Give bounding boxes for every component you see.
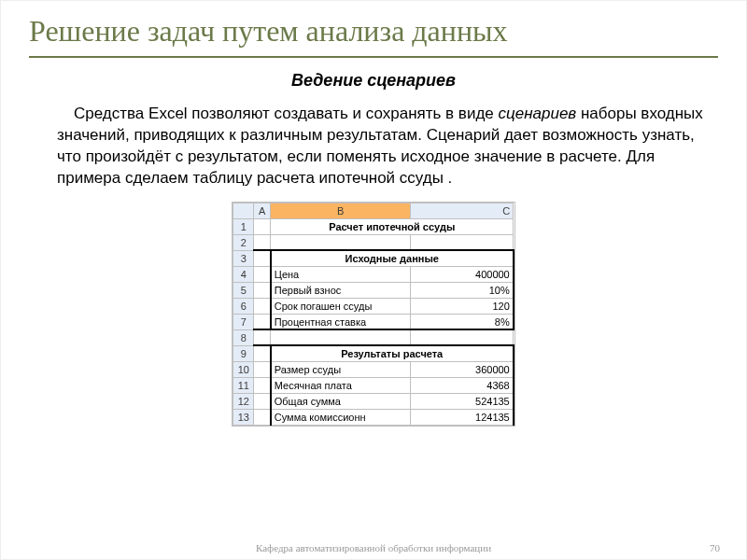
row-header: 11 bbox=[233, 377, 254, 393]
row-8: 8 bbox=[233, 329, 514, 345]
row-header: 9 bbox=[233, 345, 254, 361]
row-2: 2 bbox=[233, 234, 514, 250]
col-header-B: B bbox=[271, 203, 411, 218]
cell-label: Процентная ставка bbox=[271, 314, 411, 329]
cell-value: 120 bbox=[411, 298, 514, 314]
cell-value: 8% bbox=[411, 314, 514, 329]
excel-screenshot: A B C 1 Расчет ипотечной ссуды 2 3 Исход… bbox=[1, 199, 746, 426]
cell-value: 124135 bbox=[411, 409, 514, 425]
cell-label: Срок погашен ссуды bbox=[271, 298, 411, 314]
page-number: 70 bbox=[710, 542, 720, 553]
col-header-row: A B C bbox=[233, 203, 514, 218]
cell-value: 10% bbox=[411, 282, 514, 298]
cell-label: Общая сумма bbox=[271, 393, 411, 409]
row-1: 1 Расчет ипотечной ссуды bbox=[233, 218, 514, 234]
row-header: 1 bbox=[233, 218, 254, 234]
row-3: 3 Исходные данные bbox=[233, 250, 514, 266]
subtitle: Ведение сценариев bbox=[1, 67, 746, 100]
row-header: 4 bbox=[233, 266, 254, 282]
cell-value: 360000 bbox=[411, 361, 514, 377]
row-header: 3 bbox=[233, 250, 254, 266]
sheet-title: Расчет ипотечной ссуды bbox=[271, 218, 514, 234]
row-header: 2 bbox=[233, 234, 254, 250]
page-title: Решение задач путем анализа данных bbox=[1, 1, 746, 50]
para-prefix: Средства Excel позволяют создавать и сох… bbox=[74, 105, 498, 122]
cell-value: 524135 bbox=[411, 393, 514, 409]
row-header: 12 bbox=[233, 393, 254, 409]
row-4: 4 Цена 400000 bbox=[233, 266, 514, 282]
body-paragraph: Средства Excel позволяют создавать и сох… bbox=[1, 100, 746, 199]
row-header: 7 bbox=[233, 314, 254, 329]
excel-grid: A B C 1 Расчет ипотечной ссуды 2 3 Исход… bbox=[233, 203, 514, 426]
row-header: 5 bbox=[233, 282, 254, 298]
cell-value: 400000 bbox=[411, 266, 514, 282]
col-header-C: C bbox=[411, 203, 514, 218]
row-5: 5 Первый взнос 10% bbox=[233, 282, 514, 298]
para-italic: сценариев bbox=[498, 105, 576, 122]
footer-text: Кафедра автоматизированной обработки инф… bbox=[1, 542, 746, 553]
cell-label: Сумма комиссионн bbox=[271, 409, 411, 425]
row-11: 11 Месячная плата 4368 bbox=[233, 377, 514, 393]
section-header-input: Исходные данные bbox=[271, 250, 514, 266]
title-underline bbox=[29, 56, 718, 58]
row-header: 6 bbox=[233, 298, 254, 314]
cell-label: Первый взнос bbox=[271, 282, 411, 298]
row-header: 8 bbox=[233, 329, 254, 345]
cell-label: Месячная плата bbox=[271, 377, 411, 393]
row-header: 13 bbox=[233, 409, 254, 425]
row-9: 9 Результаты расчета bbox=[233, 345, 514, 361]
col-header-A: A bbox=[254, 203, 271, 218]
corner-cell bbox=[233, 203, 254, 218]
cell-value: 4368 bbox=[411, 377, 514, 393]
row-7: 7 Процентная ставка 8% bbox=[233, 314, 514, 329]
cell-label: Размер ссуды bbox=[271, 361, 411, 377]
section-header-results: Результаты расчета bbox=[271, 345, 514, 361]
row-10: 10 Размер ссуды 360000 bbox=[233, 361, 514, 377]
row-6: 6 Срок погашен ссуды 120 bbox=[233, 298, 514, 314]
row-12: 12 Общая сумма 524135 bbox=[233, 393, 514, 409]
slide: Решение задач путем анализа данных Веден… bbox=[0, 0, 747, 560]
row-13: 13 Сумма комиссионн 124135 bbox=[233, 409, 514, 425]
cell-label: Цена bbox=[271, 266, 411, 282]
row-header: 10 bbox=[233, 361, 254, 377]
